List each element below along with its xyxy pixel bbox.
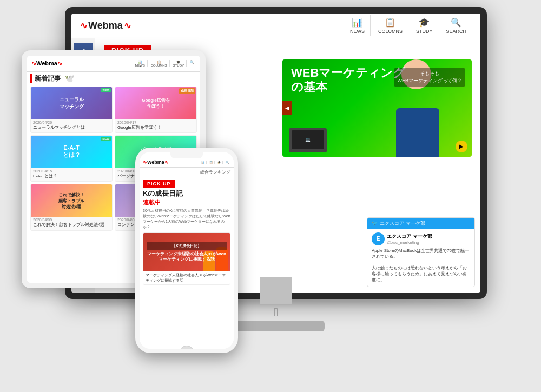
scene: ∿ Webma ∿ 📊 NEWS 📋 COLUMNS <box>11 7 530 386</box>
tablet-study-label: STUDY <box>173 64 184 67</box>
phone-study-icon: 🎓 <box>217 161 221 164</box>
article-img-2: Google広告を学ぼう！ 成長日記 <box>115 87 196 119</box>
banner-laptop: 💻 <box>289 128 327 152</box>
article-tag-3: SEO <box>101 137 111 141</box>
article-card-2[interactable]: Google広告を学ぼう！ 成長日記 2020/04/17 Google広告を学… <box>115 87 197 133</box>
article-card-1[interactable]: ニューラルマッチング SEO 2020/04/26 ニューラルマッチングとは <box>30 87 113 133</box>
phone-screen: ∿Webma∿ 📊 📋 🎓 🔍 <box>140 152 234 349</box>
twitter-icon: 🐦 <box>372 221 378 226</box>
tablet-nav-search[interactable]: 🔍 <box>188 60 196 67</box>
logo-wave-right: ∿ <box>124 21 131 31</box>
phone-search-icon: 🔍 <box>226 161 229 164</box>
phone-nav-study[interactable]: 🎓 <box>216 161 223 164</box>
tablet-logo: ∿Webma∿ <box>31 60 62 67</box>
phone: ∿Webma∿ 📊 📋 🎓 🔍 <box>135 148 238 353</box>
site-nav: 📊 NEWS 📋 COLUMNS 🎓 STUDY 🔍 <box>345 15 472 36</box>
apple-logo:  <box>274 305 278 320</box>
nav-news-label: NEWS <box>350 29 365 34</box>
bird-decoration: 🕊️ <box>65 74 74 83</box>
article-tag-2: 成長日記 <box>179 88 195 94</box>
tablet-study-icon: 🎓 <box>176 60 180 64</box>
phone-nav-news[interactable]: 📊 <box>200 161 207 164</box>
article-img-label-2: Google広告を学ぼう！ <box>141 96 171 110</box>
phone-article-img-title: マーケティング未経験の社会人31がWebマーケティングに挑戦する話 <box>147 251 227 263</box>
nav-study[interactable]: 🎓 STUDY <box>411 15 439 36</box>
article-date-5: 2020/04/09 <box>31 217 112 222</box>
banner-play-btn[interactable]: ▶ <box>456 141 467 152</box>
phone-article-series: 【Kの成長日記】 <box>147 242 227 250</box>
article-title-2: Google広告を学ぼう！ <box>115 124 196 132</box>
tablet-header: ∿Webma∿ 📊 NEWS 📋 COLUMNS 🎓 STUDY <box>27 56 200 72</box>
tablet-news-label: NEWS <box>135 64 145 67</box>
tablet-nav: 📊 NEWS 📋 COLUMNS 🎓 STUDY 🔍 <box>133 60 196 67</box>
tweet-username: エクスコア マーケ部 <box>387 233 432 240</box>
phone-nav: 📊 📋 🎓 🔍 <box>200 161 230 164</box>
article-card-5[interactable]: これで解決！顧客トラブル対処法4選 2020/04/09 これで解決！顧客トラブ… <box>30 184 113 230</box>
phone-ranking: 総合ランキング <box>140 168 234 177</box>
phone-ranking-label: 総合ランキング <box>200 170 230 175</box>
phone-nav-columns[interactable]: 📋 <box>208 161 215 164</box>
tweet-user-info: エクスコア マーケ部 @xsc_marketing <box>387 233 432 245</box>
section-label-text: 新着記事 <box>35 74 61 83</box>
article-img-5: これで解決！顧客トラブル対処法4選 <box>31 184 112 217</box>
article-title-5: これで解決！顧客トラブル対処法4選 <box>31 222 112 230</box>
phone-logo-wave-l: ∿ <box>143 160 147 165</box>
banner-prev-arrow[interactable]: ◀ <box>282 101 292 115</box>
phone-columns-icon: 📋 <box>209 161 213 164</box>
article-card-3[interactable]: E-A-Tとは？ SEO 2020/04/15 E-A-Tとは？ <box>30 135 113 182</box>
nav-study-label: STUDY <box>416 29 433 34</box>
nav-search-label: SEARCH <box>446 29 466 34</box>
article-date-3: 2020/04/15 <box>31 168 112 173</box>
banner-title: WEBマーケティングの基本 <box>291 66 405 95</box>
tablet-logo-wave-r: ∿ <box>57 60 62 67</box>
article-title-1: ニューラルマッチングとは <box>31 124 112 132</box>
logo-wave-left: ∿ <box>80 21 87 31</box>
article-img-label-5: これで解決！顧客トラブル対処法4選 <box>57 191 85 211</box>
phone-pickup-subtitle: 連載中 <box>143 199 161 205</box>
twitter-panel-title: エクスコア マーケ部 <box>380 220 425 227</box>
tablet-columns-label: COLUMNS <box>151 64 167 67</box>
tablet-nav-columns[interactable]: 📋 COLUMNS <box>149 60 170 67</box>
article-date-2: 2020/04/17 <box>115 119 196 124</box>
site-header: ∿ Webma ∿ 📊 NEWS 📋 COLUMNS <box>71 14 480 38</box>
article-img-label-1: ニューラルマッチング <box>57 94 86 112</box>
tablet-search-icon: 🔍 <box>190 60 194 64</box>
nav-search[interactable]: 🔍 SEARCH <box>440 15 472 36</box>
phone-nav-search[interactable]: 🔍 <box>224 161 230 164</box>
twitter-panel: 🐦 エクスコア マーケ部 E エクスコア マーケ部 @xsc_marketing <box>367 217 475 287</box>
pickup-banner[interactable]: WEBマーケティングの基本 そもそもWEBマーケティングって何？ ◀ <box>282 59 472 157</box>
article-title-3: E-A-Tとは？ <box>31 173 112 181</box>
tweet-avatar: E <box>372 232 385 245</box>
monitor-stand-base <box>227 321 325 331</box>
nav-columns[interactable]: 📋 COLUMNS <box>373 15 408 36</box>
twitter-panel-header: 🐦 エクスコア マーケ部 <box>367 218 474 229</box>
phone-pickup-desc: 30代人材担当のKに突然の人事異動！？真剣先は経験のないWebマーケティングはた… <box>140 208 234 232</box>
phone-pickup-title: Kの成長日記連載中 <box>140 189 234 209</box>
tablet-nav-news[interactable]: 📊 NEWS <box>133 60 148 67</box>
monitor-stand-neck <box>260 277 292 304</box>
phone-logo: ∿Webma∿ <box>143 160 169 165</box>
tweet-text-1: Apple StoreのMacBookは全世界共通で76度で統一されている。 <box>372 248 470 260</box>
tablet-columns-icon: 📋 <box>157 60 161 64</box>
laptop-screen: 💻 <box>292 130 324 149</box>
phone-news-icon: 📊 <box>201 161 204 164</box>
article-img-3: E-A-Tとは？ SEO <box>31 136 112 168</box>
news-icon: 📊 <box>352 17 362 28</box>
phone-article-overlay: 【Kの成長日記】 マーケティング未経験の社会人31がWebマーケティングに挑戦す… <box>143 239 230 266</box>
article-tag-1: SEO <box>101 88 111 92</box>
section-label-bar <box>30 74 32 83</box>
search-icon: 🔍 <box>451 17 461 28</box>
phone-logo-wave-r: ∿ <box>164 160 169 165</box>
article-img-1: ニューラルマッチング SEO <box>31 87 112 119</box>
article-date-1: 2020/04/26 <box>31 119 112 124</box>
study-icon: 🎓 <box>419 17 430 28</box>
banner-subtitle: そもそもWEBマーケティングって何？ <box>394 68 465 87</box>
tweet-handle: @xsc_marketing <box>387 240 432 245</box>
phone-article-img: 【Kの成長日記】 マーケティング未経験の社会人31がWebマーケティングに挑戦す… <box>143 233 230 271</box>
phone-article-title: マーケティング未経験の社会人31がWebマーケティングに挑戦する話 <box>143 271 230 284</box>
phone-article[interactable]: 【Kの成長日記】 マーケティング未経験の社会人31がWebマーケティングに挑戦す… <box>143 232 230 284</box>
tweet-text-2: 人は触ったものには恐れないという考えから「お客様に触ってもらうため」にあえて見え… <box>372 265 470 283</box>
nav-news[interactable]: 📊 NEWS <box>345 15 371 36</box>
tablet-nav-study[interactable]: 🎓 STUDY <box>171 60 187 67</box>
phone-notch <box>170 152 203 158</box>
